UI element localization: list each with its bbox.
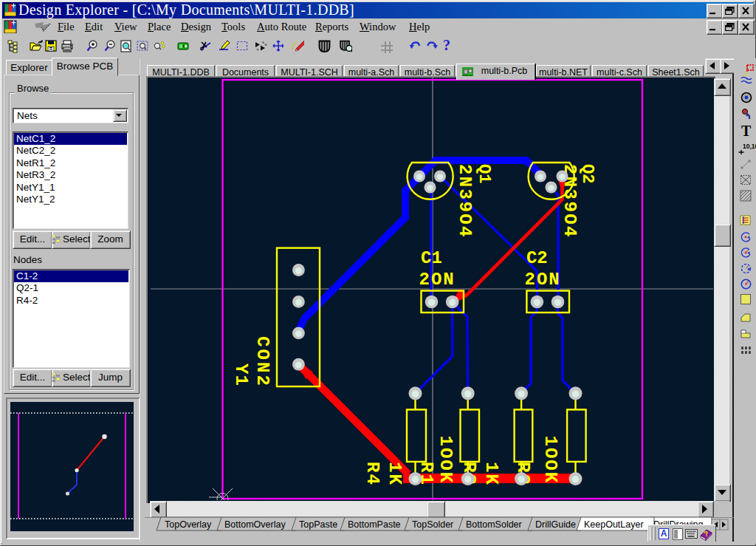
svg-text:KeepOutLayer: KeepOutLayer [584,519,644,530]
svg-text:C1: C1 [421,248,442,268]
svg-text:1OOK: 1OOK [540,436,560,485]
svg-text:BottomOverlay: BottomOverlay [224,519,286,530]
svg-text:Q1: Q1 [475,164,493,183]
svg-text:R4: R4 [362,462,382,486]
svg-text:BottomPaste: BottomPaste [348,519,401,530]
svg-text:10,10: 10,10 [743,143,756,150]
svg-text:CON2: CON2 [252,336,272,388]
svg-text:1K: 1K [481,462,501,486]
svg-text:1K: 1K [385,462,405,486]
svg-text:1OOK: 1OOK [436,436,456,485]
svg-text:2ON: 2ON [419,270,456,290]
svg-text:BottomSolder: BottomSolder [466,519,522,530]
svg-text:TopOverlay: TopOverlay [165,519,212,530]
svg-text:TopSolder: TopSolder [412,519,453,530]
svg-text:C2: C2 [526,248,548,268]
svg-text:TopPaste: TopPaste [299,519,337,530]
svg-text:2N39O4: 2N39O4 [455,164,475,239]
svg-text:Q2: Q2 [578,164,597,183]
svg-text:Y1: Y1 [231,364,251,386]
svg-text:2ON: 2ON [525,270,561,290]
svg-text:DrillGuide: DrillGuide [535,519,576,530]
